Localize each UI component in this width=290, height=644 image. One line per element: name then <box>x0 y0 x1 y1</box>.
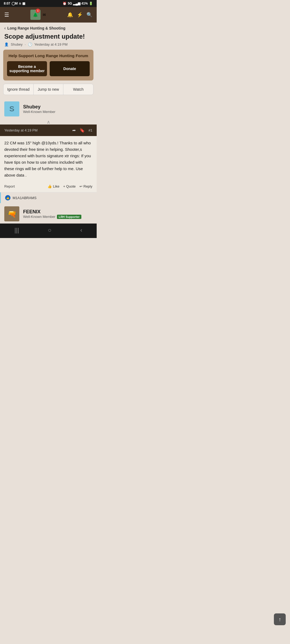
home-icon[interactable]: ○ <box>48 227 51 234</box>
clock-icon: 🕐 <box>28 42 32 46</box>
post-timestamp: Yesterday at 4:19 PM <box>34 42 68 46</box>
post-number: #1 <box>89 128 92 132</box>
image-icon: ▦ <box>22 2 25 5</box>
like-button[interactable]: 👍 Like <box>48 184 59 188</box>
second-user-role: Well-Known Member LRH Supporter <box>23 215 81 219</box>
support-banner: Help Support Long Range Hunting Forum Be… <box>3 50 93 80</box>
battery-level: 41% <box>81 2 88 5</box>
post-actions: Report 👍 Like + Quote ↩ Reply <box>0 182 97 192</box>
post-header-time: Yesterday at 4:19 PM <box>4 128 38 132</box>
avatar-initial: S <box>9 105 15 113</box>
liked-by-user[interactable]: M1A1ABRAMS <box>13 196 37 200</box>
post-author[interactable]: Shubey <box>11 42 23 46</box>
ignore-thread-button[interactable]: Ignore thread <box>3 84 34 95</box>
reply-icon: ↩ <box>79 184 82 188</box>
user-name[interactable]: Shubey <box>23 104 55 110</box>
lrh-supporter-badge: LRH Supporter <box>57 215 81 219</box>
status-time: 8:07 <box>4 2 10 5</box>
liked-icon: 👍 <box>5 195 10 200</box>
nav-bar: ☰ 🌲 1 ✉ 🔔 ⚡ 🔍 <box>0 7 97 23</box>
back-icon[interactable]: ‹ <box>80 227 82 234</box>
user-info: Shubey Well-Known Member <box>23 104 55 114</box>
post-header: Yesterday at 4:19 PM ➦ 🔖 #1 <box>0 125 97 136</box>
divider-caret: ∧ <box>0 120 97 125</box>
search-icon[interactable]: 🔍 <box>86 12 92 18</box>
page-title: Scope adjustment update! <box>0 32 97 41</box>
avatar[interactable]: S <box>4 101 19 116</box>
liked-by-section: 👍 M1A1ABRAMS <box>0 192 97 203</box>
breadcrumb[interactable]: ‹ Long Range Hunting & Shooting <box>0 23 97 32</box>
notification-icon: n <box>19 2 21 5</box>
menu-icon[interactable]: ☰ <box>4 12 9 18</box>
bottom-nav: ||| ○ ‹ <box>0 224 97 238</box>
reply-button[interactable]: ↩ Reply <box>79 184 92 188</box>
battery-icon: 🔋 <box>89 2 93 5</box>
quote-button[interactable]: + Quote <box>63 184 76 188</box>
back-arrow[interactable]: ‹ <box>4 26 6 31</box>
second-user-info: FEENIX Well-Known Member LRH Supporter <box>23 209 81 219</box>
nav-icons: 🔔 ⚡ 🔍 <box>67 12 92 18</box>
network-indicator: 5G <box>68 2 72 5</box>
post-meta: 👤 Shubey · 🕐 Yesterday at 4:19 PM <box>0 41 97 50</box>
support-buttons: Become a supporting member Donate <box>7 61 90 76</box>
breadcrumb-text: Long Range Hunting & Shooting <box>7 26 65 30</box>
second-avatar[interactable]: 🔫 <box>4 206 19 221</box>
nav-center: 🌲 1 ✉ <box>30 10 46 20</box>
post-header-actions: ➦ 🔖 #1 <box>72 128 92 133</box>
recent-apps-icon[interactable]: ||| <box>15 227 19 234</box>
watch-button[interactable]: Watch <box>63 84 93 95</box>
nav-badge: 1 <box>36 9 40 13</box>
envelope-icon[interactable]: ✉ <box>43 13 46 17</box>
thumbs-up-icon: 👍 <box>48 184 52 188</box>
second-user-section: 🔫 FEENIX Well-Known Member LRH Supporter <box>0 203 97 224</box>
report-button[interactable]: Report <box>4 184 15 188</box>
status-bar: 8:07 ◯M n ▦ ⏰ 5G ▂▄▆ 41% 🔋 <box>0 0 97 7</box>
become-member-button[interactable]: Become a supporting member <box>7 61 47 76</box>
share-icon[interactable]: ➦ <box>72 128 76 133</box>
signal-icon: ▂▄▆ <box>73 2 80 5</box>
post-content: 22 CM was 15" high @10yds.! Thanks to al… <box>0 136 97 182</box>
support-banner-title: Help Support Long Range Hunting Forum <box>7 53 90 58</box>
user-role: Well-Known Member <box>23 110 55 114</box>
gmail-icon: ◯M <box>12 2 18 5</box>
bullet-icon: 🔫 <box>7 210 17 218</box>
donate-button[interactable]: Donate <box>50 61 90 76</box>
status-left: 8:07 ◯M n ▦ <box>4 2 25 5</box>
bookmark-icon[interactable]: 🔖 <box>79 128 85 133</box>
bell-icon[interactable]: 🔔 <box>67 12 73 18</box>
reply-label: Reply <box>84 184 92 188</box>
author-icon: 👤 <box>4 42 9 46</box>
status-right: ⏰ 5G ▂▄▆ 41% 🔋 <box>63 2 93 5</box>
dot-separator: · <box>25 42 26 46</box>
jump-to-new-button[interactable]: Jump to new <box>34 84 64 95</box>
like-label: Like <box>53 184 59 188</box>
second-user-name[interactable]: FEENIX <box>23 209 81 215</box>
alarm-icon: ⏰ <box>63 2 67 5</box>
thread-actions: Ignore thread Jump to new Watch <box>3 84 93 95</box>
user-section: S Shubey Well-Known Member <box>0 98 97 120</box>
bolt-icon[interactable]: ⚡ <box>77 12 83 18</box>
